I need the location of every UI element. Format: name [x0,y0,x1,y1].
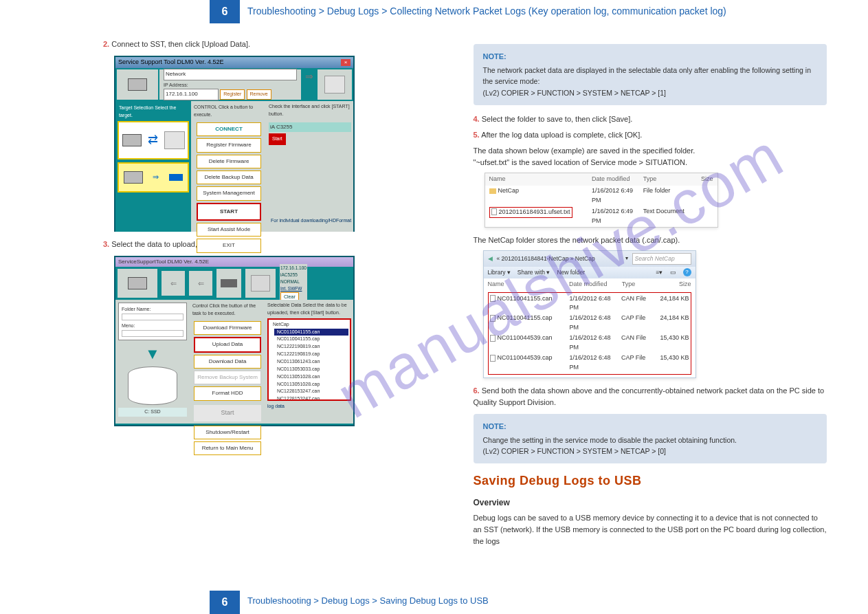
network-select[interactable]: Network [164,69,297,80]
explorer-screenshot-1: NameDate modifiedTypeSize NetCap 1/16/20… [485,173,718,228]
library-menu[interactable]: Library ▾ [488,268,511,277]
page-number-top: 6 [210,0,240,23]
sst-screenshot-2: ServiceSupportTool DLM0 Ver. 4.52E ⇐ ⇐ 1… [114,256,355,426]
search-input[interactable]: Search NetCap [632,253,691,265]
selectable-data-tree[interactable]: NetCap NC0110041155.can NC0110041155.cap… [267,318,351,401]
step-4: 4. Select the folder to save to, then cl… [474,113,827,125]
laptop-icon [128,78,147,91]
delete-firmware-button[interactable]: Delete Firmware [197,155,261,168]
step-6: 6. Send both the data shown above and th… [474,385,827,408]
laptop-icon [128,277,147,289]
memo-input[interactable] [122,330,183,337]
model-select[interactable]: iA C3255 [269,122,351,132]
share-menu[interactable]: Share with ▾ [518,268,550,277]
delete-backup-button[interactable]: Delete Backup Data [197,171,261,184]
connect-button[interactable]: CONNECT [197,122,261,136]
printer-icon [324,76,345,94]
return-main-button[interactable]: Return to Main Menu [194,441,261,455]
list-item[interactable]: NC0113051028.cap [274,381,348,388]
sst-screenshot-1: Service Support Tool DLM0 Ver. 4.52E× Ne… [114,56,355,232]
step-5: 5. After the log data upload is complete… [474,129,827,141]
remove-button[interactable]: Remove [247,89,271,100]
list-item[interactable]: NC0113051028.can [274,373,348,381]
back-icon[interactable]: ◀ [488,254,493,263]
right-column: NOTE: The network packet data are displa… [474,39,827,547]
drive-select[interactable]: C: SSD [118,408,187,417]
storage-icon [128,366,177,405]
subheading: Overview [474,496,827,509]
target-usb[interactable]: ⇒ [118,162,189,193]
remove-backup-button: Remove Backup System [194,371,261,384]
start-badge[interactable]: Start [269,133,286,145]
section-heading: Saving Debug Logs to USB [474,472,827,491]
download-data-button[interactable]: Download Data [194,355,261,369]
assist-mode-button[interactable]: Start Assist Mode [197,223,261,237]
upload-data-button[interactable]: Upload Data [194,337,261,352]
list-item[interactable]: NC0113061243.can [274,358,348,366]
left-column: 2. Connect to SST, then click [Upload Da… [103,39,457,547]
format-hdd-button[interactable]: Format HDD [194,386,261,400]
list-item[interactable]: NC1228153247.cap [274,395,348,401]
folder-name-input[interactable] [122,314,183,320]
list-item[interactable]: NC0110041155.cap [274,336,348,343]
table-row[interactable]: NetCap 1/16/2012 6:49 PMFile folder [485,186,717,206]
register-firmware-button[interactable]: Register Firmware [197,138,261,152]
note-box-1: NOTE: The network packet data are displa… [474,44,827,105]
view-icon[interactable]: ≡▾ [656,268,663,277]
breadcrumb[interactable]: « 20120116184841-NetCap » NetCap [497,254,621,263]
table-row[interactable]: NC0110044539.can1/16/2012 6:48 PMCAN Fil… [490,333,689,353]
hdformat-link[interactable]: For individual downloading/HDFormat [271,217,351,225]
sst1-title: Service Support Tool DLM0 Ver. 4.52E [118,58,223,67]
netcap-explanation: The NetCap folder stores the network pac… [474,234,827,246]
list-item[interactable]: NC0110041155.can [274,329,348,336]
step-2: 2. Connect to SST, then click [Upload Da… [103,39,457,50]
folder-icon [489,188,496,194]
down-arrow-icon: ▼ [118,342,187,366]
exit-button[interactable]: EXIT [197,239,261,252]
explorer-screenshot-2: ◀ « 20120116184841-NetCap » NetCap ▾ Sea… [483,250,696,378]
start-button[interactable]: Start [194,405,261,421]
log-data-link[interactable]: log data [267,403,351,410]
table-row[interactable]: NC0110044539.cap1/16/2012 6:48 PMCAP Fil… [490,353,689,373]
page-number-bottom: 6 [210,591,240,614]
register-button[interactable]: Register [220,89,245,100]
list-item[interactable]: NC0113053033.cap [274,366,348,373]
overview-text: Debug logs can be saved to a USB memory … [474,512,827,547]
target-mfp[interactable]: ⇄ [118,121,189,160]
close-icon[interactable]: × [341,59,350,66]
preview-icon[interactable]: ▭ [670,268,676,277]
explanation-text: The data shown below (example) are saved… [474,145,827,168]
note-box-2: NOTE: Change the setting in the service … [474,414,827,464]
file-icon [491,208,497,215]
shutdown-restart-button[interactable]: Shutdown/Restart [194,426,261,439]
chapter-header: Troubleshooting > Debug Logs > Collectin… [247,6,726,17]
step-3: 3. Select the data to upload, then click… [103,239,457,250]
table-row[interactable]: 20120116184931.ufset.txt 1/16/2012 6:49 … [485,206,717,227]
list-item[interactable]: NC1228153247.can [274,388,348,395]
printer-icon [251,275,270,292]
ip-field[interactable]: 172.16.1.100 [164,89,219,100]
system-management-button[interactable]: System Management [197,186,261,200]
new-folder-button[interactable]: New folder [557,268,585,277]
table-row[interactable]: NC0110041155.cap1/16/2012 6:48 PMCAP Fil… [490,314,689,333]
list-item[interactable]: NC1222190819.cap [274,351,348,358]
table-row[interactable]: NC0110041155.can1/16/2012 6:48 PMCAN Fil… [490,294,689,314]
list-item[interactable]: NC1222190819.can [274,343,348,351]
help-icon[interactable]: ? [683,268,691,276]
footer-breadcrumb: Troubleshooting > Debug Logs > Saving De… [247,595,489,606]
download-firmware-button[interactable]: Download Firmware [194,321,261,335]
int-swfw-link[interactable]: Int. SWFW [280,285,307,292]
start-button[interactable]: START [197,203,261,221]
